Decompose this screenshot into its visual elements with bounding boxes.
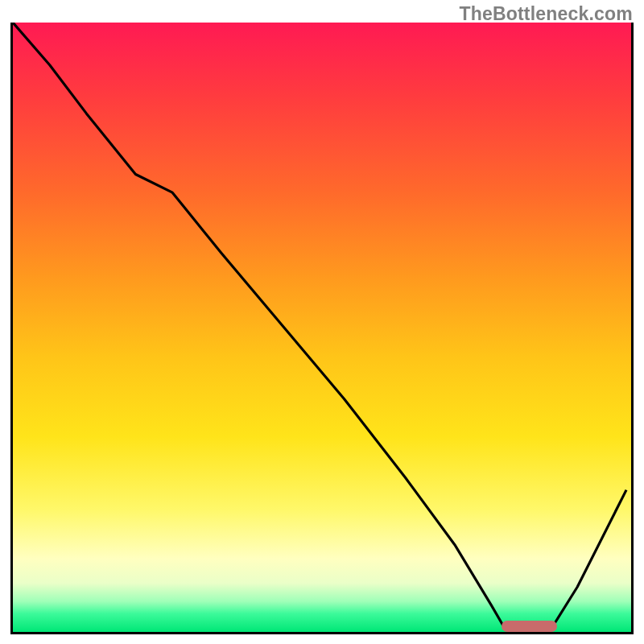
bottleneck-curve	[13, 23, 626, 626]
watermark-text: TheBottleneck.com	[459, 3, 633, 25]
optimal-range-marker	[502, 621, 557, 632]
bottleneck-chart: TheBottleneck.com	[0, 0, 644, 644]
curve-layer	[13, 23, 631, 632]
plot-area	[10, 23, 634, 634]
